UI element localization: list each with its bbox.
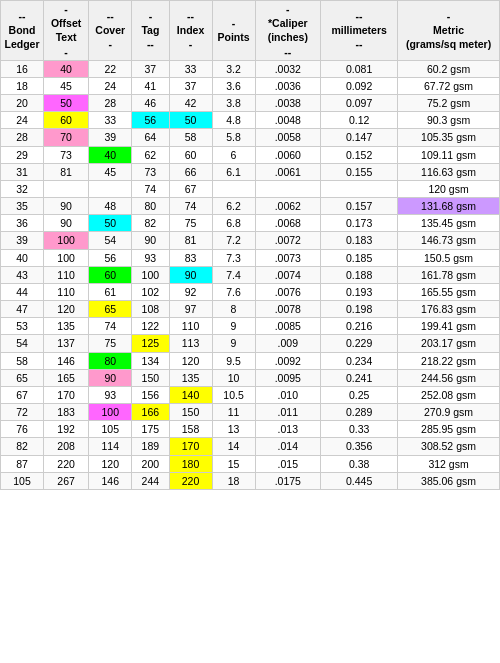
cell-index: 158: [169, 421, 212, 438]
cell-caliper: .0068: [255, 215, 321, 232]
cell-tag: 122: [132, 318, 169, 335]
cell-index: 140: [169, 386, 212, 403]
cell-tag: 102: [132, 283, 169, 300]
cell-caliper: .0061: [255, 163, 321, 180]
cell-index: 150: [169, 404, 212, 421]
cell-offset: 45: [43, 77, 88, 94]
cell-bond: 67: [1, 386, 44, 403]
cell-caliper: .0092: [255, 352, 321, 369]
header-cover: --Cover-: [89, 1, 132, 61]
cell-bond: 105: [1, 472, 44, 489]
cell-index: 67: [169, 180, 212, 197]
cell-tag: 125: [132, 335, 169, 352]
cell-tag: 200: [132, 455, 169, 472]
cell-tag: 64: [132, 129, 169, 146]
header-metric: -Metric(grams/sq meter): [398, 1, 500, 61]
cell-mm: 0.229: [321, 335, 398, 352]
cell-index: 50: [169, 112, 212, 129]
cell-bond: 72: [1, 404, 44, 421]
cell-metric: 67.72 gsm: [398, 77, 500, 94]
cell-offset: 120: [43, 301, 88, 318]
cell-cover: 54: [89, 232, 132, 249]
cell-caliper: .0085: [255, 318, 321, 335]
cell-cover: 75: [89, 335, 132, 352]
cell-caliper: .0060: [255, 146, 321, 163]
cell-bond: 87: [1, 455, 44, 472]
table-row: 18452441373.6.00360.09267.72 gsm: [1, 77, 500, 94]
cell-cover: 50: [89, 215, 132, 232]
cell-caliper: .009: [255, 335, 321, 352]
cell-points: 6.2: [212, 198, 255, 215]
cell-metric: 199.41 gsm: [398, 318, 500, 335]
cell-bond: 16: [1, 60, 44, 77]
table-row: 671709315614010.5.0100.25252.08 gsm: [1, 386, 500, 403]
cell-tag: 166: [132, 404, 169, 421]
cell-tag: 108: [132, 301, 169, 318]
cell-offset: 135: [43, 318, 88, 335]
cell-metric: 75.2 gsm: [398, 95, 500, 112]
cell-points: 7.6: [212, 283, 255, 300]
cell-bond: 29: [1, 146, 44, 163]
cell-cover: 40: [89, 146, 132, 163]
cell-bond: 28: [1, 129, 44, 146]
cell-metric: 90.3 gsm: [398, 112, 500, 129]
cell-bond: 24: [1, 112, 44, 129]
cell-mm: 0.081: [321, 60, 398, 77]
cell-caliper: .0074: [255, 266, 321, 283]
table-row: 28703964585.8.00580.147105.35 gsm: [1, 129, 500, 146]
cell-mm: 0.157: [321, 198, 398, 215]
cell-points: 6: [212, 146, 255, 163]
cell-offset: 137: [43, 335, 88, 352]
cell-index: 92: [169, 283, 212, 300]
header-row: --BondLedger -OffsetText- --Cover- -Tag-…: [1, 1, 500, 61]
cell-metric: 146.73 gsm: [398, 232, 500, 249]
cell-cover: 120: [89, 455, 132, 472]
table-row: 4311060100907.4.00740.188161.78 gsm: [1, 266, 500, 283]
cell-offset: 90: [43, 215, 88, 232]
header-offset: -OffsetText-: [43, 1, 88, 61]
cell-points: 15: [212, 455, 255, 472]
cell-cover: 45: [89, 163, 132, 180]
cell-offset: 183: [43, 404, 88, 421]
table-row: 7218310016615011.0110.289270.9 gsm: [1, 404, 500, 421]
cell-tag: 46: [132, 95, 169, 112]
cell-index: 135: [169, 369, 212, 386]
cell-metric: 120 gsm: [398, 180, 500, 197]
cell-index: 97: [169, 301, 212, 318]
table-row: 8220811418917014.0140.356308.52 gsm: [1, 438, 500, 455]
cell-bond: 82: [1, 438, 44, 455]
cell-tag: 41: [132, 77, 169, 94]
cell-index: 66: [169, 163, 212, 180]
cell-tag: 62: [132, 146, 169, 163]
header-index: --Index-: [169, 1, 212, 61]
cell-offset: 40: [43, 60, 88, 77]
cell-cover: 24: [89, 77, 132, 94]
cell-points: 5.8: [212, 129, 255, 146]
cell-points: 4.8: [212, 112, 255, 129]
cell-points: [212, 180, 255, 197]
cell-bond: 40: [1, 249, 44, 266]
cell-offset: 165: [43, 369, 88, 386]
cell-points: 14: [212, 438, 255, 455]
header-caliper: -*Caliper(inches)--: [255, 1, 321, 61]
cell-cover: 80: [89, 352, 132, 369]
table-row: 54137751251139.0090.229203.17 gsm: [1, 335, 500, 352]
table-row: 10526714624422018.01750.445385.06 gsm: [1, 472, 500, 489]
cell-caliper: .0175: [255, 472, 321, 489]
cell-tag: 189: [132, 438, 169, 455]
cell-index: 220: [169, 472, 212, 489]
cell-mm: 0.188: [321, 266, 398, 283]
cell-offset: 110: [43, 266, 88, 283]
cell-tag: 100: [132, 266, 169, 283]
cell-mm: 0.234: [321, 352, 398, 369]
cell-metric: 131.68 gsm: [398, 198, 500, 215]
cell-bond: 20: [1, 95, 44, 112]
cell-points: 18: [212, 472, 255, 489]
cell-metric: 270.9 gsm: [398, 404, 500, 421]
cell-caliper: .013: [255, 421, 321, 438]
cell-mm: 0.25: [321, 386, 398, 403]
cell-mm: [321, 180, 398, 197]
cell-metric: 385.06 gsm: [398, 472, 500, 489]
cell-offset: [43, 180, 88, 197]
cell-bond: 43: [1, 266, 44, 283]
